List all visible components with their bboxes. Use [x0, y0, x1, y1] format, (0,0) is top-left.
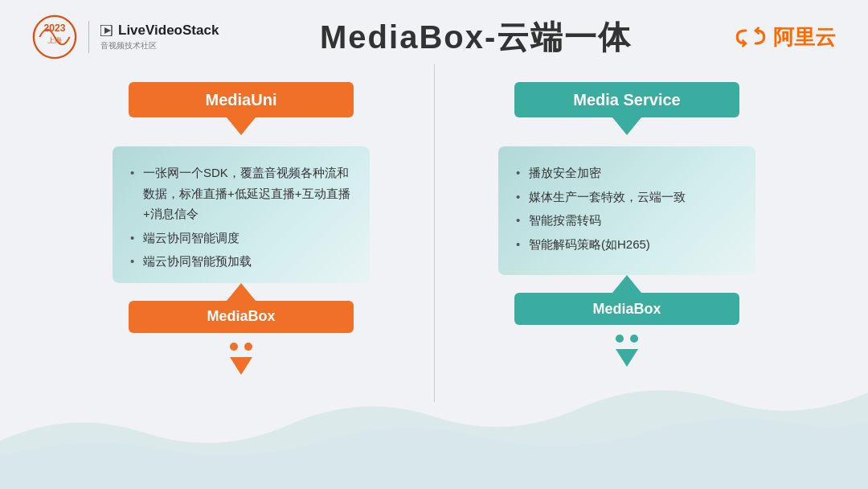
right-badge-arrow-icon [612, 117, 641, 135]
left-content-box: 一张网一个SDK，覆盖音视频各种流和数据，标准直播+低延迟直播+互动直播+消息信… [113, 146, 370, 283]
list-item: 一张网一个SDK，覆盖音视频各种流和数据，标准直播+低延迟直播+互动直播+消息信… [130, 162, 352, 224]
left-column: MediaUni 一张网一个SDK，覆盖音视频各种流和数据，标准直播+低延迟直播… [72, 82, 410, 375]
list-item: 端云协同智能调度 [130, 228, 352, 249]
page-title: MediaBox-云端一体 [219, 15, 733, 60]
right-dot-2-icon [630, 335, 638, 343]
svg-marker-4 [104, 27, 111, 34]
list-item: 播放安全加密 [516, 162, 738, 183]
aliyun-text: 阿里云 [773, 23, 836, 51]
list-item: 智能解码策略(如H265) [516, 234, 738, 255]
right-content-list: 播放安全加密 媒体生产一套特效，云端一致 智能按需转码 智能解码策略(如H265… [516, 162, 738, 254]
right-dot-1-icon [616, 335, 624, 343]
svg-text:上海: 上海 [47, 36, 62, 44]
right-dot-row [616, 335, 638, 343]
brand-name: LiveVideoStack [100, 23, 219, 39]
left-dot-2-icon [244, 343, 252, 351]
left-top-badge: MediaUni [129, 82, 354, 117]
brand-name-text: LiveVideoStack [118, 23, 219, 39]
left-dot-row [230, 343, 252, 351]
left-bottom-decor [230, 343, 252, 375]
left-label-arrow-up-icon [227, 283, 256, 301]
right-content-box: 播放安全加密 媒体生产一套特效，云端一致 智能按需转码 智能解码策略(如H265… [498, 146, 755, 275]
list-item: 媒体生产一套特效，云端一致 [516, 187, 738, 208]
brand-subtitle: 音视频技术社区 [100, 40, 157, 51]
right-bottom-decor [616, 335, 638, 367]
left-bottom-label: MediaBox [129, 301, 354, 333]
header: 2023 上海 LiveVideoStack 音视频技术社区 MediaBox-… [0, 0, 868, 74]
left-bottom-tri-icon [230, 357, 252, 375]
event-logo-icon: 2023 上海 [32, 14, 77, 60]
right-bottom-label: MediaBox [514, 293, 739, 325]
main-content: MediaUni 一张网一个SDK，覆盖音视频各种流和数据，标准直播+低延迟直播… [0, 74, 868, 375]
right-bottom-tri-icon [616, 349, 638, 367]
right-label-arrow-up-icon [612, 275, 641, 293]
livevideo-logo: LiveVideoStack 音视频技术社区 [100, 23, 219, 51]
left-dot-1-icon [230, 343, 238, 351]
right-column: Media Service 播放安全加密 媒体生产一套特效，云端一致 智能按需转… [458, 82, 796, 367]
logo-area: 2023 上海 LiveVideoStack 音视频技术社区 [32, 14, 219, 60]
left-content-list: 一张网一个SDK，覆盖音视频各种流和数据，标准直播+低延迟直播+互动直播+消息信… [130, 162, 352, 272]
left-badge-arrow-icon [227, 117, 256, 135]
play-icon [100, 25, 115, 36]
aliyun-icon [733, 25, 768, 49]
aliyun-logo: 阿里云 [733, 23, 836, 51]
list-item: 端云协同智能预加载 [130, 251, 352, 272]
list-item: 智能按需转码 [516, 210, 738, 231]
right-top-badge: Media Service [514, 82, 739, 117]
svg-text:2023: 2023 [44, 23, 66, 34]
header-divider [88, 21, 89, 53]
